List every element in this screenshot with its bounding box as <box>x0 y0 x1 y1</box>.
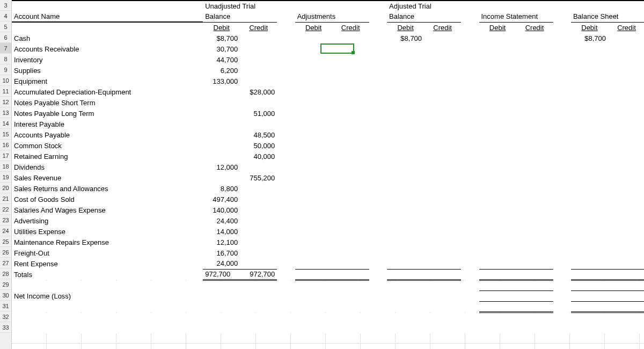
row-header[interactable]: 18 <box>0 161 11 172</box>
row-header[interactable]: 21 <box>0 193 11 204</box>
value-cell[interactable]: 44,700 <box>203 54 240 65</box>
gap-cell[interactable] <box>277 43 295 54</box>
account-name-cell[interactable]: Retained Earning <box>12 151 203 162</box>
value-cell[interactable] <box>240 76 277 86</box>
value-cell[interactable] <box>424 86 461 97</box>
value-cell[interactable] <box>571 65 608 76</box>
gap-cell[interactable] <box>277 76 295 86</box>
gap-cell[interactable] <box>461 76 479 86</box>
value-cell[interactable] <box>516 108 553 119</box>
value-cell[interactable] <box>479 76 516 86</box>
value-cell[interactable] <box>516 65 553 76</box>
value-cell[interactable]: 8,800 <box>203 183 240 194</box>
gap-cell[interactable] <box>277 172 295 183</box>
value-cell[interactable]: 51,000 <box>240 108 277 119</box>
value-cell[interactable] <box>295 33 332 43</box>
totals-debit[interactable] <box>295 269 332 280</box>
group-header-line2[interactable]: Balance Sheet <box>571 11 644 22</box>
value-cell[interactable]: 24,400 <box>203 215 240 226</box>
account-name-cell[interactable]: Equipment <box>12 76 203 86</box>
value-cell[interactable] <box>240 54 277 65</box>
value-cell[interactable] <box>295 215 332 226</box>
value-cell[interactable] <box>332 151 369 162</box>
value-cell[interactable] <box>424 172 461 183</box>
gap-cell[interactable] <box>369 248 387 258</box>
value-cell[interactable] <box>295 248 332 258</box>
value-cell[interactable] <box>387 108 424 119</box>
gap-cell[interactable] <box>369 129 387 140</box>
debit-header[interactable]: Debit <box>203 22 240 33</box>
value-cell[interactable] <box>479 140 516 151</box>
gap-cell[interactable] <box>461 140 479 151</box>
totals-label[interactable]: Totals <box>12 269 203 280</box>
value-cell[interactable] <box>332 65 369 76</box>
value-cell[interactable] <box>479 248 516 258</box>
gap-cell[interactable] <box>461 183 479 194</box>
gap-cell[interactable] <box>369 140 387 151</box>
value-cell[interactable] <box>424 237 461 248</box>
value-cell[interactable] <box>240 205 277 215</box>
value-cell[interactable] <box>332 194 369 205</box>
value-cell[interactable]: 48,500 <box>240 129 277 140</box>
value-cell[interactable]: 755,200 <box>240 172 277 183</box>
value-cell[interactable] <box>332 140 369 151</box>
value-cell[interactable] <box>608 151 644 162</box>
value-cell[interactable] <box>203 151 240 162</box>
row-header[interactable]: 25 <box>0 236 11 247</box>
value-cell[interactable] <box>424 119 461 129</box>
account-name-cell[interactable]: Cash <box>12 33 203 43</box>
value-cell[interactable] <box>332 129 369 140</box>
value-cell[interactable] <box>424 97 461 108</box>
account-name-cell[interactable]: Rent Expense <box>12 258 203 269</box>
value-cell[interactable] <box>387 65 424 76</box>
totals-debit[interactable] <box>479 269 516 280</box>
row-header[interactable]: 12 <box>0 97 11 107</box>
totals-credit[interactable] <box>608 269 644 280</box>
value-cell[interactable] <box>240 248 277 258</box>
value-cell[interactable] <box>332 205 369 215</box>
row-header[interactable]: 32 <box>0 311 11 322</box>
value-cell[interactable] <box>424 108 461 119</box>
value-cell[interactable] <box>240 119 277 129</box>
value-cell[interactable]: 50,000 <box>240 140 277 151</box>
value-cell[interactable] <box>424 194 461 205</box>
value-cell[interactable] <box>424 183 461 194</box>
account-name-cell[interactable]: Freight-Out <box>12 248 203 258</box>
value-cell[interactable] <box>295 129 332 140</box>
value-cell[interactable]: 40,000 <box>240 151 277 162</box>
gap-cell[interactable] <box>553 162 571 172</box>
row-header[interactable]: 4 <box>0 11 11 21</box>
value-cell[interactable] <box>608 76 644 86</box>
totals-debit[interactable]: 972,700 <box>203 269 240 280</box>
credit-header[interactable]: Credit <box>424 22 461 33</box>
account-name-header[interactable]: Account Name <box>12 11 203 22</box>
value-cell[interactable] <box>479 151 516 162</box>
gap-cell[interactable] <box>553 226 571 237</box>
gap-cell[interactable] <box>369 108 387 119</box>
totals-credit[interactable]: 972,700 <box>240 269 277 280</box>
group-header-line2[interactable]: Adjustments <box>295 11 369 22</box>
gap-cell[interactable] <box>277 215 295 226</box>
value-cell[interactable] <box>332 108 369 119</box>
gap-cell[interactable] <box>461 194 479 205</box>
value-cell[interactable] <box>295 119 332 129</box>
value-cell[interactable] <box>516 129 553 140</box>
value-cell[interactable] <box>424 43 461 54</box>
account-name-cell[interactable]: Supplies <box>12 65 203 76</box>
gap-cell[interactable] <box>461 237 479 248</box>
value-cell[interactable] <box>332 86 369 97</box>
value-cell[interactable]: 12,000 <box>203 162 240 172</box>
value-cell[interactable] <box>479 258 516 269</box>
debit-header[interactable]: Debit <box>479 22 516 33</box>
value-cell[interactable] <box>571 86 608 97</box>
credit-header[interactable]: Credit <box>332 22 369 33</box>
value-cell[interactable] <box>387 205 424 215</box>
value-cell[interactable] <box>424 129 461 140</box>
value-cell[interactable] <box>240 33 277 43</box>
gap-cell[interactable] <box>553 108 571 119</box>
value-cell[interactable] <box>608 43 644 54</box>
value-cell[interactable] <box>240 65 277 76</box>
value-cell[interactable] <box>479 162 516 172</box>
value-cell[interactable] <box>479 194 516 205</box>
account-name-cell[interactable]: Dividends <box>12 162 203 172</box>
